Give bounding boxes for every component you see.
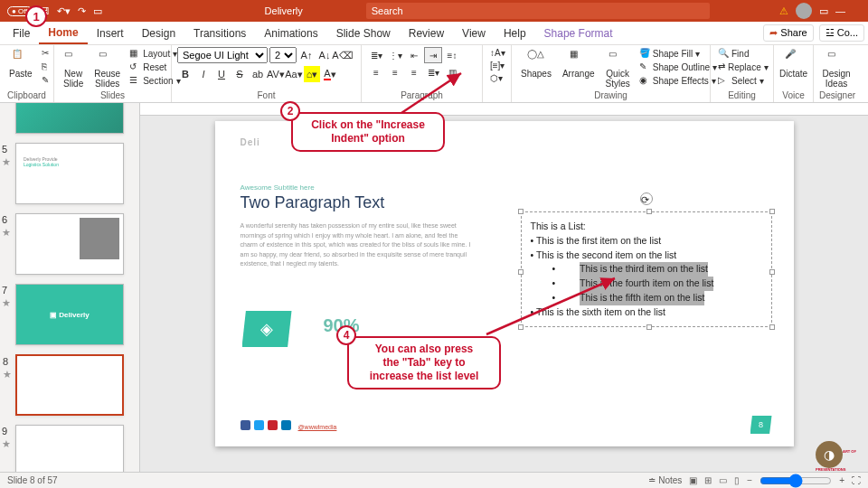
list-item[interactable]: This is the sixth item on the list (531, 305, 762, 320)
fit-button[interactable]: ⛶ (852, 475, 861, 485)
increase-font-button[interactable]: A↑ (298, 47, 315, 63)
shape-fill-button[interactable]: 🪣Shape Fill▾ (637, 47, 719, 60)
shape-outline-button[interactable]: ✎Shape Outline▾ (637, 61, 719, 73)
thumbnail-slide[interactable]: 9★ (15, 425, 124, 472)
slide-title: Two Paragraph Text (241, 193, 769, 212)
tab-help[interactable]: Help (495, 23, 535, 43)
slide[interactable]: Deli Awesome Subtitle here Two Paragraph… (215, 121, 794, 446)
numbering-button[interactable]: ⋮▾ (386, 47, 404, 63)
select-button[interactable]: ▷Select▾ (716, 74, 768, 87)
replace-button[interactable]: ⇄Replace▾ (716, 61, 768, 73)
warning-icon[interactable]: ⚠ (779, 5, 788, 17)
rotate-handle[interactable]: ⟳ (640, 192, 653, 205)
clear-formatting-button[interactable]: A⌫ (335, 47, 351, 63)
font-size-select[interactable]: 20 (269, 47, 297, 63)
thumbnail-slide[interactable] (15, 103, 124, 134)
slideshow-view-button[interactable]: ▯ (734, 475, 740, 485)
zoom-out-button[interactable]: − (747, 475, 752, 485)
font-color-button[interactable]: A▾ (322, 66, 338, 82)
zoom-in-button[interactable]: + (839, 475, 844, 485)
tab-animations[interactable]: Animations (255, 23, 326, 43)
font-family-select[interactable]: Segoe UI Light (177, 47, 268, 63)
effects-icon: ◉ (639, 75, 650, 86)
list-item[interactable]: This is the second item on the list (531, 249, 762, 263)
line-spacing-button[interactable]: ≡↕ (443, 47, 461, 63)
reset-icon: ↺ (129, 61, 140, 72)
arrange-button[interactable]: ▦Arrange (559, 47, 599, 80)
slideshow-quick-icon[interactable]: ▭ (93, 5, 102, 17)
search-icon: 🔍 (718, 48, 729, 59)
list-item[interactable]: This is the fifth item on the list (552, 291, 762, 305)
align-center-button[interactable]: ≡ (386, 64, 404, 80)
tab-design[interactable]: Design (133, 23, 184, 43)
zoom-slider[interactable] (760, 474, 832, 488)
design-ideas-button[interactable]: ▭Design Ideas (819, 47, 854, 90)
paste-button[interactable]: 📋 Paste (5, 47, 36, 80)
slide-thumbnails: 5★Deliverly ProvideLogistics Solution 6★… (0, 103, 140, 472)
tab-shape-format[interactable]: Shape Format (535, 23, 622, 43)
decrease-indent-button[interactable]: ⇤ (405, 47, 423, 63)
ribbon-tabs: File Home Insert Design Transitions Anim… (0, 22, 868, 45)
share-button[interactable]: ➦ Share (763, 24, 813, 42)
account-avatar[interactable] (796, 3, 812, 19)
notes-button[interactable]: ≐ Notes (648, 475, 682, 485)
tab-view[interactable]: View (453, 23, 495, 43)
italic-button[interactable]: I (195, 66, 212, 82)
format-painter-button[interactable]: ✎ (40, 74, 54, 87)
tab-home[interactable]: Home (39, 23, 87, 44)
text-direction-button[interactable]: ↕A▾ (488, 47, 505, 59)
list-item[interactable]: This is the third item on the list (552, 262, 762, 277)
bullets-button[interactable]: ≣▾ (367, 47, 385, 63)
case-button[interactable]: Aa▾ (286, 66, 302, 82)
normal-view-button[interactable]: ▣ (689, 475, 697, 485)
thumbnail-slide[interactable]: 5★Deliverly ProvideLogistics Solution (15, 143, 124, 204)
find-button[interactable]: 🔍Find (716, 47, 768, 60)
sorter-view-button[interactable]: ⊞ (704, 475, 712, 485)
columns-button[interactable]: ▥ (443, 64, 461, 80)
list-item[interactable]: This is the fourth item on the list (552, 277, 762, 291)
spacing-button[interactable]: AV▾ (268, 66, 284, 82)
bold-button[interactable]: B (177, 66, 193, 82)
undo-icon[interactable]: ↶▾ (57, 5, 71, 17)
justify-button[interactable]: ≣▾ (424, 64, 442, 80)
list-text-box[interactable]: ⟳ This is a List: This is the first item… (521, 211, 772, 327)
highlight-button[interactable]: ⌂▾ (304, 66, 320, 82)
ribbon-options-icon[interactable]: ▭ (819, 5, 828, 17)
dictate-button[interactable]: 🎤Dictate (779, 47, 807, 80)
thumbnail-slide[interactable]: 7★▣ Deliverly (15, 284, 124, 345)
align-right-button[interactable]: ≡ (405, 64, 423, 80)
slide-counter[interactable]: Slide 8 of 57 (7, 475, 58, 485)
decrease-font-button[interactable]: A↓ (316, 47, 333, 63)
thumbnail-slide[interactable]: 6★ (15, 213, 124, 275)
reuse-slides-button[interactable]: ▭Reuse Slides (90, 47, 124, 90)
reuse-icon: ▭ (99, 49, 117, 67)
increase-indent-button[interactable]: ⇥ (424, 47, 442, 63)
tab-slideshow[interactable]: Slide Show (327, 23, 400, 43)
slide-icon-box: ◈ (242, 311, 292, 347)
strike-button[interactable]: S (231, 66, 248, 82)
redo-icon[interactable]: ↷ (78, 5, 86, 17)
search-input[interactable] (366, 3, 710, 19)
title-bar: ● Off 🖫 ↶▾ ↷ ▭ Deliverly ⚠ ▭ — ✕ (0, 0, 868, 22)
copy-button[interactable]: ⎘ (40, 61, 54, 73)
list-item[interactable]: This is the first item on the list (531, 234, 762, 249)
quick-styles-button[interactable]: ▭Quick Styles (602, 47, 634, 90)
shapes-button[interactable]: ◯△Shapes (517, 47, 555, 80)
reading-view-button[interactable]: ▭ (719, 475, 727, 485)
comments-button[interactable]: ☳ Co... (819, 24, 864, 42)
annotation-callout-2: 2Click on the "Increase Indent" option (291, 112, 445, 152)
tab-review[interactable]: Review (400, 23, 453, 43)
shape-effects-button[interactable]: ◉Shape Effects▾ (637, 74, 719, 87)
smartart-button[interactable]: ⬡▾ (488, 72, 505, 84)
minimize-icon[interactable]: — (835, 5, 845, 16)
new-slide-button[interactable]: ▭New Slide (60, 47, 87, 90)
tab-insert[interactable]: Insert (88, 23, 133, 43)
mic-icon: 🎤 (785, 49, 803, 67)
underline-button[interactable]: U (213, 66, 230, 82)
cut-button[interactable]: ✂ (40, 47, 54, 60)
align-text-button[interactable]: [≡]▾ (488, 60, 505, 71)
thumbnail-slide-current[interactable]: 8★ (15, 354, 124, 416)
shadow-button[interactable]: ab (250, 66, 266, 82)
align-left-button[interactable]: ≡ (367, 64, 385, 80)
tab-transitions[interactable]: Transitions (184, 23, 255, 43)
